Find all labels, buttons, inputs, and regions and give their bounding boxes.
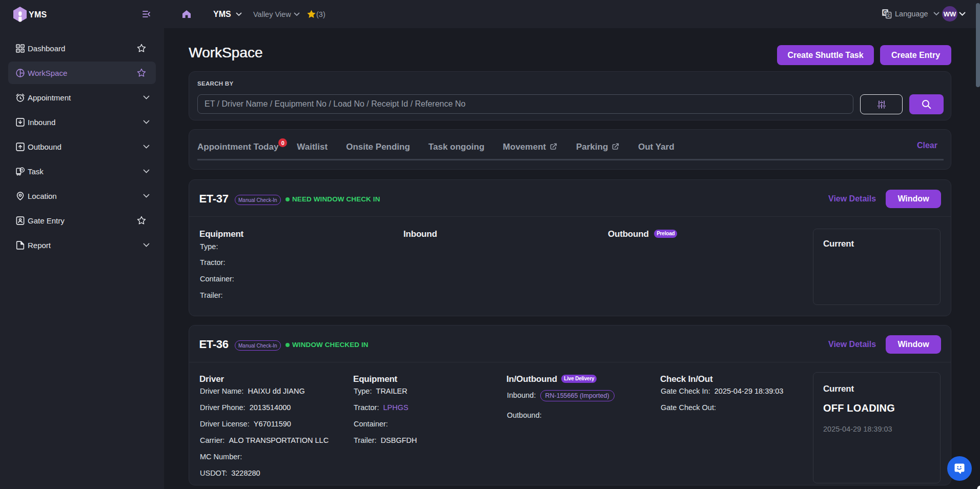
svg-text:文: 文	[886, 13, 891, 18]
